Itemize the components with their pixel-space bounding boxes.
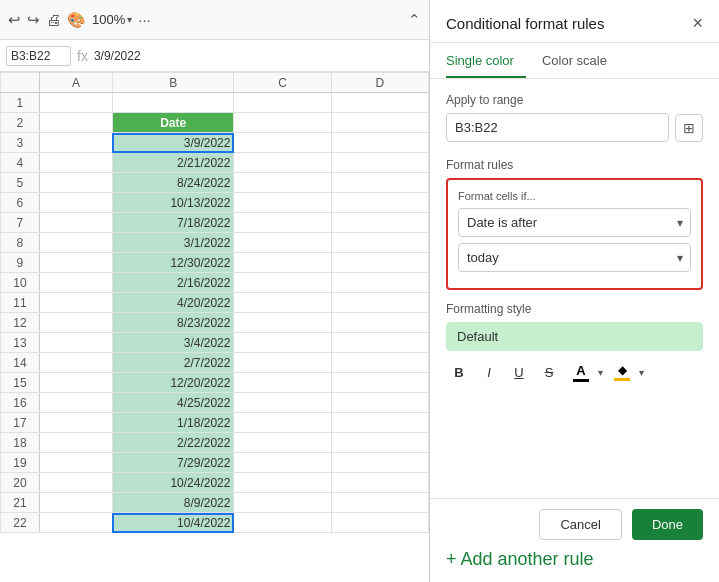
condition-dropdown[interactable]: Date is after Date is before Date is Is … <box>458 208 691 237</box>
table-row: 182/22/2022 <box>1 433 429 453</box>
table-row: 197/29/2022 <box>1 453 429 473</box>
cell-c2[interactable] <box>234 113 331 133</box>
italic-button[interactable]: I <box>476 359 502 385</box>
cell-a1[interactable] <box>39 93 112 113</box>
paint-format-icon[interactable]: 🎨 <box>67 11 86 29</box>
collapse-icon[interactable]: ⌃ <box>408 11 421 29</box>
font-color-dropdown-icon[interactable]: ▾ <box>598 367 603 378</box>
panel-header: Conditional format rules × <box>430 0 719 43</box>
table-row: 142/7/2022 <box>1 353 429 373</box>
done-button[interactable]: Done <box>632 509 703 540</box>
underline-button[interactable]: U <box>506 359 532 385</box>
corner-cell <box>1 73 40 93</box>
undo-icon[interactable]: ↩ <box>8 11 21 29</box>
fill-color-button[interactable]: ◆ <box>607 359 637 385</box>
table-row: 1512/20/2022 <box>1 373 429 393</box>
table-row: 42/21/2022 <box>1 153 429 173</box>
cell-d2[interactable] <box>331 113 428 133</box>
table-row: 218/9/2022 <box>1 493 429 513</box>
action-buttons: Cancel Done <box>446 509 703 540</box>
fill-color-bar <box>614 378 630 381</box>
grid-icon-symbol: ⊞ <box>683 120 695 136</box>
table-row: 77/18/2022 <box>1 213 429 233</box>
format-rules-section: Format rules Format cells if... Date is … <box>446 158 703 290</box>
col-header-c[interactable]: C <box>234 73 331 93</box>
formula-separator: fx <box>77 48 88 64</box>
toolbar: ↩ ↪ 🖨 🎨 100% ▾ ··· ⌃ <box>0 0 429 40</box>
strikethrough-button[interactable]: S <box>536 359 562 385</box>
panel-tabs: Single color Color scale <box>430 43 719 79</box>
cell-b1[interactable] <box>112 93 234 113</box>
cell-reference-input[interactable] <box>6 46 71 66</box>
panel-body: Apply to range ⊞ Format rules Format cel… <box>430 79 719 498</box>
tab-color-scale-label: Color scale <box>542 53 607 68</box>
cell-d1[interactable] <box>331 93 428 113</box>
panel-title: Conditional format rules <box>446 15 604 32</box>
table-row: 2210/4/2022 <box>1 513 429 533</box>
font-color-label: A <box>576 363 585 378</box>
formatting-style-section: Formatting style Default B I U S A ▾ ◆ ▾ <box>446 302 703 385</box>
zoom-value: 100% <box>92 12 125 27</box>
cancel-button[interactable]: Cancel <box>539 509 621 540</box>
more-options-icon[interactable]: ··· <box>138 11 151 28</box>
table-row: 33/9/2022 <box>1 133 429 153</box>
formatting-style-label: Formatting style <box>446 302 703 316</box>
value-dropdown-wrapper: today tomorrow yesterday exact date ▾ <box>458 243 691 272</box>
print-icon[interactable]: 🖨 <box>46 11 61 28</box>
table-row: 171/18/2022 <box>1 413 429 433</box>
table-row: 128/23/2022 <box>1 313 429 333</box>
panel-footer: Cancel Done + Add another rule <box>430 498 719 582</box>
table-row: 58/24/2022 <box>1 173 429 193</box>
style-toolbar: B I U S A ▾ ◆ ▾ <box>446 359 703 385</box>
add-rule-link[interactable]: + Add another rule <box>446 550 703 568</box>
table-row: 164/25/2022 <box>1 393 429 413</box>
table-row: 2 Date <box>1 113 429 133</box>
redo-icon[interactable]: ↪ <box>27 11 40 29</box>
cell-b2[interactable]: Date <box>112 113 234 133</box>
row-num: 1 <box>1 93 40 113</box>
fill-color-label: ◆ <box>618 363 627 377</box>
apply-range-label: Apply to range <box>446 93 703 107</box>
range-input[interactable] <box>446 113 669 142</box>
condition-dropdown-wrapper: Date is after Date is before Date is Is … <box>458 208 691 237</box>
col-header-d[interactable]: D <box>331 73 428 93</box>
cell-c1[interactable] <box>234 93 331 113</box>
tab-color-scale[interactable]: Color scale <box>542 43 619 78</box>
table-row: 1 <box>1 93 429 113</box>
table-row: 102/16/2022 <box>1 273 429 293</box>
table-row: 83/1/2022 <box>1 233 429 253</box>
format-rules-label: Format rules <box>446 158 703 172</box>
cell-a2[interactable] <box>39 113 112 133</box>
table-row: 2010/24/2022 <box>1 473 429 493</box>
table-row: 114/20/2022 <box>1 293 429 313</box>
tab-single-color-label: Single color <box>446 53 514 68</box>
fill-color-dropdown-icon[interactable]: ▾ <box>639 367 644 378</box>
col-header-a[interactable]: A <box>39 73 112 93</box>
tab-single-color[interactable]: Single color <box>446 43 526 78</box>
zoom-arrow-icon: ▾ <box>127 14 132 25</box>
spreadsheet-panel: ↩ ↪ 🖨 🎨 100% ▾ ··· ⌃ fx 3/9/2022 A B C D <box>0 0 430 582</box>
value-dropdown[interactable]: today tomorrow yesterday exact date <box>458 243 691 272</box>
add-rule-label: Add another rule <box>461 550 594 568</box>
formula-bar: fx 3/9/2022 <box>0 40 429 72</box>
conditional-format-panel: Conditional format rules × Single color … <box>430 0 719 582</box>
table-row: 912/30/2022 <box>1 253 429 273</box>
table-row: 133/4/2022 <box>1 333 429 353</box>
col-header-b[interactable]: B <box>112 73 234 93</box>
grid: A B C D 1 2 Date <box>0 72 429 582</box>
apply-range-row: ⊞ <box>446 113 703 142</box>
table-row: 610/13/2022 <box>1 193 429 213</box>
close-button[interactable]: × <box>692 14 703 32</box>
format-rules-box: Format cells if... Date is after Date is… <box>446 178 703 290</box>
select-range-icon[interactable]: ⊞ <box>675 114 703 142</box>
font-color-bar <box>573 379 589 382</box>
row-num: 2 <box>1 113 40 133</box>
formula-value: 3/9/2022 <box>94 49 141 63</box>
add-rule-icon: + <box>446 550 457 568</box>
zoom-dropdown[interactable]: 100% ▾ <box>92 12 132 27</box>
bold-button[interactable]: B <box>446 359 472 385</box>
font-color-button[interactable]: A <box>566 359 596 385</box>
default-style-box[interactable]: Default <box>446 322 703 351</box>
format-cells-if-label: Format cells if... <box>458 190 691 202</box>
